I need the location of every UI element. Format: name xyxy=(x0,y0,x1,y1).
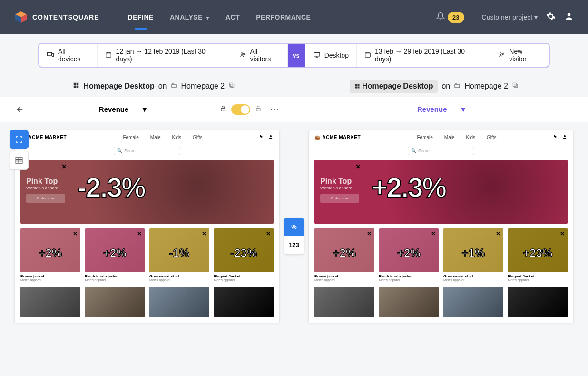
hero-copy: Pink Top Women's apparel Order now xyxy=(26,177,65,203)
lock-closed-icon[interactable] xyxy=(220,105,226,114)
more-menu[interactable]: ··· xyxy=(270,105,279,114)
product-grid: ✕ +2% Brown jacket Men's apparel ✕ +2% E… xyxy=(314,228,568,282)
notif-badge: 23 xyxy=(448,12,464,23)
product-zone[interactable]: ✕ +2% Electric rain jacket Men's apparel xyxy=(379,228,439,282)
product-zone[interactable]: ✕ +2% Electric rain jacket Men's apparel xyxy=(85,228,145,282)
close-icon[interactable]: ✕ xyxy=(431,230,436,237)
divider xyxy=(473,10,473,24)
hero-zone-left[interactable]: ✕ Pink Top Women's apparel Order now -2.… xyxy=(20,160,274,224)
zone-label-left[interactable]: Homepage Desktop xyxy=(83,82,154,90)
site-frame-right: 👜ACME MARKET Female Male Kids Gifts ⚑ 🔍S… xyxy=(308,130,574,323)
users-icon xyxy=(239,51,246,59)
project-dropdown[interactable]: Customer project ▾ xyxy=(482,13,538,21)
close-icon[interactable]: ✕ xyxy=(367,230,372,237)
back-button[interactable] xyxy=(14,104,26,115)
flag-icon: ⚑ xyxy=(259,134,263,141)
nav-define[interactable]: DEFINE xyxy=(128,13,154,21)
mock-icons: ⚑ xyxy=(553,134,568,141)
product-zone[interactable]: ✕ +2% Brown jacket Men's apparel xyxy=(20,228,80,282)
close-icon[interactable]: ✕ xyxy=(496,230,500,237)
close-icon[interactable]: ✕ xyxy=(202,230,206,237)
copy-icon[interactable] xyxy=(512,82,519,90)
product-name: Electric rain jacket xyxy=(379,274,439,278)
vs-label: vs xyxy=(288,44,304,67)
zone-value: +2% xyxy=(20,247,80,260)
menu-item: Male xyxy=(150,135,161,140)
nav-act[interactable]: ACT xyxy=(225,13,240,21)
metric-dropdown-left[interactable]: Revenue ▾ xyxy=(99,105,147,114)
product-sub: Men's apparel xyxy=(20,278,80,282)
logo[interactable]: CONTENTSQUARE xyxy=(14,10,99,24)
metric-dropdown-right[interactable]: Revenue ▾ xyxy=(417,105,465,114)
product-zone[interactable]: ✕ +1% Grey sweat-shirt Men's apparel xyxy=(443,228,503,282)
svg-rect-17 xyxy=(172,84,176,88)
product-zone[interactable]: ✕ +2% Brown jacket Men's apparel xyxy=(314,228,374,282)
chevron-down-icon: ▾ xyxy=(143,105,147,114)
svg-rect-19 xyxy=(229,83,233,87)
segment-b: Desktop 13 feb → 29 feb 2019 (Last 30 da… xyxy=(304,43,550,68)
mock-search: 🔍Search xyxy=(408,147,474,155)
mock-menu: Female Male Kids Gifts xyxy=(123,135,202,140)
thumb xyxy=(314,287,374,317)
svg-rect-21 xyxy=(357,84,359,86)
order-button: Order now xyxy=(320,194,359,203)
menu-item: Kids xyxy=(172,135,181,140)
notifications[interactable]: 23 xyxy=(436,12,464,23)
devices-icon xyxy=(47,51,54,60)
site-body: ✕ Pink Top Women's apparel Order now +2.… xyxy=(309,160,573,323)
svg-rect-24 xyxy=(455,84,460,88)
close-icon[interactable]: ✕ xyxy=(355,163,361,170)
page-label-right[interactable]: Homepage 2 xyxy=(464,82,508,90)
filter-bar: All devices 12 jan → 12 feb 2019 (Last 3… xyxy=(38,43,550,68)
lock-toggle[interactable] xyxy=(231,104,250,115)
site-header: 👜ACME MARKET Female Male Kids Gifts ⚑ xyxy=(309,130,573,145)
product-name: Brown jacket xyxy=(20,274,80,278)
menu-item: Female xyxy=(123,135,138,140)
page-label-left[interactable]: Homepage 2 xyxy=(181,82,225,90)
product-grid: ✕ +2% Brown jacket Men's apparel ✕ +2% E… xyxy=(20,228,274,282)
menu-item: Kids xyxy=(466,135,475,140)
product-name: Elegant Jacket xyxy=(214,274,274,278)
product-zone[interactable]: ✕ -23% Elegant Jacket Men's apparel xyxy=(214,228,274,282)
svg-rect-9 xyxy=(314,52,320,56)
close-icon[interactable]: ✕ xyxy=(137,230,142,237)
nav-analyse[interactable]: ANALYSE ▾ xyxy=(170,13,209,21)
mock-brand: 👜ACME MARKET xyxy=(314,135,361,140)
table-view-tool[interactable] xyxy=(10,151,29,170)
svg-rect-28 xyxy=(256,108,260,111)
copy-icon[interactable] xyxy=(228,82,235,90)
visitors-filter-a[interactable]: All visitors xyxy=(231,44,288,67)
zone-pill-right[interactable]: Homepage Desktop xyxy=(350,80,438,93)
product-zone[interactable]: ✕ +23% Elegant Jacket Men's apparel xyxy=(508,228,568,282)
visitors-filter-b[interactable]: New visitor xyxy=(490,44,549,67)
gear-icon[interactable] xyxy=(546,11,556,23)
percent-toggle[interactable]: % xyxy=(284,218,304,236)
menu-item: Gifts xyxy=(487,135,497,140)
hero-value-right: +2.3% xyxy=(372,171,446,203)
chevron-down-icon: ▾ xyxy=(534,13,538,21)
number-toggle[interactable]: 123 xyxy=(284,236,304,254)
lock-open-icon[interactable] xyxy=(255,105,262,114)
users-icon xyxy=(498,51,505,59)
product-zone[interactable]: ✕ -1% Grey sweat-shirt Men's apparel xyxy=(149,228,209,282)
device-filter-b[interactable]: Desktop xyxy=(305,44,357,67)
svg-point-11 xyxy=(500,52,502,54)
nav-performance[interactable]: PERFORMANCE xyxy=(256,13,311,21)
hero-zone-right[interactable]: ✕ Pink Top Women's apparel Order now +2.… xyxy=(314,160,568,224)
context-right: Homepage Desktop on Homepage 2 xyxy=(294,80,574,93)
svg-rect-25 xyxy=(514,84,518,88)
flag-icon: ⚑ xyxy=(553,134,557,141)
user-icon[interactable] xyxy=(564,11,574,23)
date-filter-b[interactable]: 13 feb → 29 feb 2019 (Last 30 days) xyxy=(357,44,490,67)
close-icon[interactable]: ✕ xyxy=(266,230,271,237)
close-icon[interactable]: ✕ xyxy=(73,230,78,237)
device-filter-a[interactable]: All devices xyxy=(39,44,98,67)
close-icon[interactable]: ✕ xyxy=(61,163,67,170)
svg-point-12 xyxy=(502,53,504,54)
date-filter-a[interactable]: 12 jan → 12 feb 2019 (Last 30 days) xyxy=(98,44,231,67)
nav-right: 23 Customer project ▾ xyxy=(436,10,574,24)
svg-rect-4 xyxy=(47,52,51,56)
calendar-icon xyxy=(364,51,371,59)
zone-view-tool[interactable] xyxy=(10,130,29,149)
close-icon[interactable]: ✕ xyxy=(560,230,565,237)
